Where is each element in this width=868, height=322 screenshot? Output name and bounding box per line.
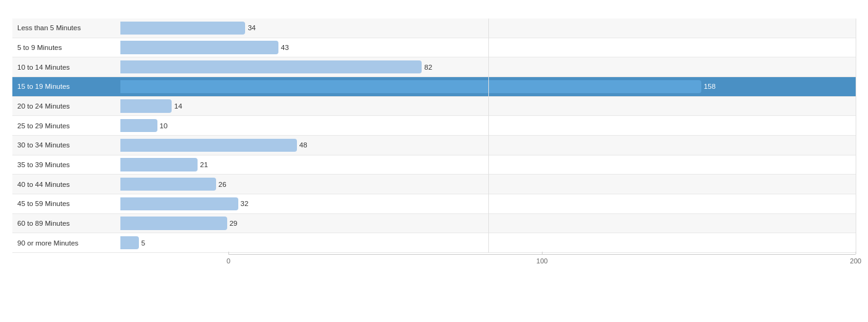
chart-container: Less than 5 Minutes345 to 9 Minutes4310 … bbox=[0, 0, 868, 322]
bar-label: 10 to 14 Minutes bbox=[12, 64, 120, 71]
bar-row: 35 to 39 Minutes21 bbox=[12, 155, 856, 175]
bar-value: 26 bbox=[219, 181, 227, 188]
bar-label: 40 to 44 Minutes bbox=[12, 181, 120, 188]
bar-value: 29 bbox=[230, 220, 238, 227]
bar-fill bbox=[120, 236, 139, 249]
chart-area: Less than 5 Minutes345 to 9 Minutes4310 … bbox=[12, 19, 856, 273]
bar-label: 25 to 29 Minutes bbox=[12, 122, 120, 130]
bar-value: 21 bbox=[200, 161, 208, 168]
grid-line bbox=[856, 19, 856, 253]
bar-label: 35 to 39 Minutes bbox=[12, 161, 120, 168]
bar-value: 14 bbox=[174, 102, 182, 110]
bar-label: Less than 5 Minutes bbox=[12, 24, 120, 31]
x-axis-tick: 0 bbox=[227, 255, 230, 265]
bar-fill bbox=[120, 197, 238, 210]
x-axis-tick: 200 bbox=[850, 255, 861, 265]
bar-row: 10 to 14 Minutes82 bbox=[12, 57, 856, 77]
bar-fill bbox=[120, 158, 198, 171]
bar-row: 40 to 44 Minutes26 bbox=[12, 175, 856, 194]
bar-value: 48 bbox=[299, 141, 307, 149]
bar-row: Less than 5 Minutes34 bbox=[12, 19, 856, 38]
bar-row: 20 to 24 Minutes14 bbox=[12, 97, 856, 117]
bar-value: 43 bbox=[281, 44, 289, 51]
bar-label: 15 to 19 Minutes bbox=[12, 83, 120, 90]
bar-label: 90 or more Minutes bbox=[12, 239, 120, 247]
bar-row: 15 to 19 Minutes158 bbox=[12, 77, 856, 97]
bar-label: 30 to 34 Minutes bbox=[12, 141, 120, 149]
bar-value: 10 bbox=[160, 122, 168, 130]
bar-row: 45 to 59 Minutes32 bbox=[12, 194, 856, 214]
x-axis-track: 0100200 bbox=[228, 254, 856, 273]
bar-row: 25 to 29 Minutes10 bbox=[12, 116, 856, 136]
bar-fill bbox=[120, 139, 297, 152]
bar-fill bbox=[120, 99, 172, 112]
bar-fill bbox=[120, 22, 245, 35]
bar-value: 5 bbox=[141, 239, 145, 247]
bar-label: 5 to 9 Minutes bbox=[12, 44, 120, 51]
bar-fill bbox=[120, 178, 216, 191]
bar-value: 32 bbox=[241, 200, 249, 207]
bar-fill bbox=[120, 41, 278, 54]
bar-fill bbox=[120, 119, 157, 132]
bar-row: 90 or more Minutes5 bbox=[12, 233, 856, 253]
bar-fill bbox=[120, 80, 701, 93]
bar-row: 30 to 34 Minutes48 bbox=[12, 136, 856, 155]
bar-row: 5 to 9 Minutes43 bbox=[12, 38, 856, 58]
x-axis-tick: 100 bbox=[536, 255, 548, 265]
bar-value: 34 bbox=[248, 24, 256, 31]
x-axis: 0100200 bbox=[12, 254, 856, 273]
bar-label: 20 to 24 Minutes bbox=[12, 102, 120, 110]
bar-row: 60 to 89 Minutes29 bbox=[12, 214, 856, 234]
bar-fill bbox=[120, 217, 227, 229]
bar-value: 158 bbox=[704, 83, 716, 90]
bar-value: 82 bbox=[424, 64, 432, 71]
bar-label: 45 to 59 Minutes bbox=[12, 200, 120, 207]
bar-label: 60 to 89 Minutes bbox=[12, 220, 120, 227]
grid-line bbox=[488, 19, 489, 253]
rows-area: Less than 5 Minutes345 to 9 Minutes4310 … bbox=[12, 19, 856, 253]
bar-fill bbox=[120, 60, 422, 73]
